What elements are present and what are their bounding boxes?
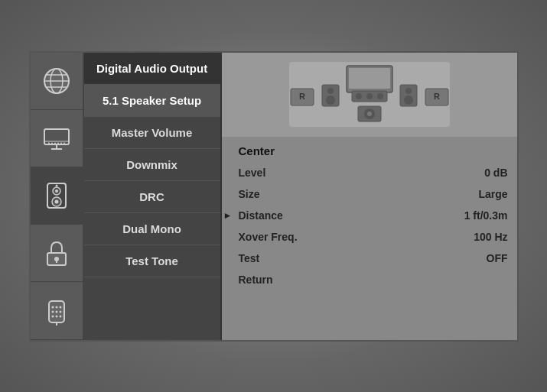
svg-point-20 [55,185,57,187]
detail-value-xover: 100 Hz [474,231,507,243]
menu-item-digital-audio[interactable]: Digital Audio Output [84,53,220,85]
svg-point-53 [367,112,372,116]
sidebar [31,53,84,340]
selected-arrow-icon: ► [223,210,233,221]
svg-point-46 [404,96,413,105]
svg-point-33 [59,316,61,318]
detail-value-distance: 1 ft/0.3m [464,209,508,222]
menu-item-dual-mono[interactable]: Dual Mono [84,213,220,245]
svg-point-30 [59,311,61,313]
sidebar-item-lock[interactable] [31,225,83,282]
sidebar-item-globe[interactable] [31,53,83,110]
detail-panel: R R Center Level 0 dB [222,53,517,340]
svg-point-12 [57,142,59,144]
detail-value-size: Large [478,188,507,200]
menu-item-downmix[interactable]: Downmix [84,149,220,181]
detail-row-distance: ► Distance 1 ft/0.3m [222,205,517,226]
menu-item-speaker-setup[interactable]: 5.1 Speaker Setup [84,85,220,117]
svg-point-43 [326,96,335,105]
sidebar-item-setup[interactable] [31,282,83,339]
svg-point-10 [51,142,53,144]
svg-point-14 [63,142,65,144]
detail-label-xover: Xover Freq. [231,231,474,243]
speaker-layout-svg: R R [289,62,450,127]
detail-label-return: Return [231,274,508,286]
speaker-icon [41,180,72,211]
menu-panel: Digital Audio Output 5.1 Speaker Setup M… [84,53,222,340]
svg-point-42 [327,88,334,94]
svg-text:R: R [299,92,305,101]
svg-point-45 [405,88,412,94]
detail-label-level: Level [231,167,485,179]
menu-item-drc[interactable]: DRC [84,181,220,213]
detail-row-xover: Xover Freq. 100 Hz [222,226,517,248]
detail-label-test: Test [231,252,487,264]
sidebar-item-display[interactable] [31,110,83,167]
detail-row-level: Level 0 dB [222,162,517,183]
sidebar-item-audio[interactable] [31,167,83,225]
svg-text:R: R [434,92,440,101]
detail-row-size: Size Large [222,183,517,205]
svg-point-11 [54,142,56,144]
main-container: Digital Audio Output 5.1 Speaker Setup M… [29,51,519,342]
svg-point-17 [55,190,58,193]
detail-rows: Center Level 0 dB Size Large ► Distance … [222,137,517,340]
globe-icon [41,66,72,96]
svg-point-26 [55,306,57,309]
menu-item-test-tone[interactable]: Test Tone [84,245,220,277]
speaker-diagram: R R [222,53,517,137]
detail-value-level: 0 dB [484,167,507,179]
svg-point-28 [51,311,54,313]
svg-point-29 [55,311,57,313]
svg-point-25 [51,306,54,309]
svg-point-9 [48,142,50,144]
remote-icon [41,295,72,326]
svg-point-13 [60,142,62,144]
detail-value-test: OFF [487,252,508,264]
svg-point-19 [54,200,58,204]
detail-label-size: Size [231,188,479,200]
detail-row-test: Test OFF [222,248,517,269]
detail-row-return[interactable]: Return [222,269,517,290]
svg-point-39 [366,93,373,99]
detail-section-header: Center [222,140,517,162]
svg-rect-5 [44,129,69,144]
detail-label-distance: Distance [231,209,464,222]
lock-icon [41,238,72,268]
svg-point-40 [377,93,383,99]
menu-item-master-volume[interactable]: Master Volume [84,117,220,149]
display-icon [41,123,72,154]
svg-point-27 [59,306,61,309]
svg-rect-36 [349,68,390,89]
svg-point-38 [356,93,362,99]
svg-point-32 [55,316,57,318]
svg-point-31 [51,316,54,318]
